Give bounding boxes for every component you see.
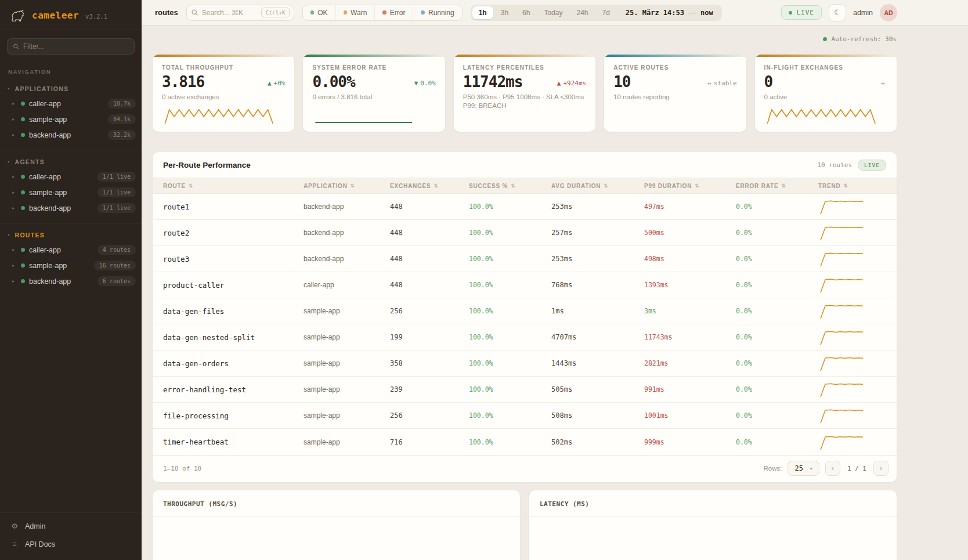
trend-sparkline — [818, 276, 865, 294]
cell-avg-duration: 768ms — [551, 281, 644, 289]
status-dot-icon — [21, 263, 25, 268]
prev-page-button[interactable]: ‹ — [825, 461, 840, 476]
rows-per-page-select[interactable]: 25 ▾ — [788, 461, 819, 476]
status-dot-icon — [21, 102, 25, 106]
search-input[interactable] — [202, 9, 252, 17]
table-row[interactable]: timer-heartbeat sample-app 716 100.0% 50… — [153, 429, 897, 455]
trend-sparkline — [818, 433, 865, 451]
kpi-delta: ⇔ — [881, 80, 887, 87]
shortcut-badge: Ctrl+K — [261, 8, 289, 17]
cell-exchanges: 448 — [390, 229, 469, 237]
cell-p99-duration: 991ms — [644, 385, 736, 393]
status-filter[interactable]: Warn — [335, 5, 375, 20]
status-filter[interactable]: Error — [374, 5, 413, 20]
column-header-exchanges[interactable]: EXCHANGES⇅ — [390, 183, 469, 189]
table-row[interactable]: product-caller caller-app 448 100.0% 768… — [153, 272, 897, 298]
sidebar-item-agent[interactable]: ▸ caller-app 1/1 live — [0, 169, 142, 185]
table-body: route1 backend-app 448 100.0% 253ms 497m… — [153, 194, 897, 455]
latency-chart-title: LATENCY (MS) — [529, 490, 897, 516]
chevron-right-icon: ▸ — [12, 190, 17, 195]
column-header-application[interactable]: APPLICATION⇅ — [304, 183, 390, 189]
column-header-route[interactable]: ROUTE⇅ — [163, 183, 304, 189]
sidebar-item-agent[interactable]: ▸ sample-app 1/1 live — [0, 185, 142, 200]
cell-exchanges: 448 — [390, 203, 469, 211]
table-row[interactable]: route3 backend-app 448 100.0% 253ms 498m… — [153, 246, 897, 272]
sidebar-item-route-group[interactable]: ▸ caller-app 4 routes — [0, 242, 142, 258]
theme-toggle-button[interactable]: ☾ — [829, 4, 846, 21]
section-header-applications[interactable]: ▾ APPLICATIONS — [0, 82, 142, 96]
kpi-label: TOTAL THROUGHPUT — [162, 64, 285, 71]
cell-p99-duration: 11743ms — [644, 333, 736, 341]
time-range-button[interactable]: 1h — [472, 6, 493, 19]
table-row[interactable]: route1 backend-app 448 100.0% 253ms 497m… — [153, 194, 897, 220]
cell-application: sample-app — [304, 333, 390, 341]
sidebar-item-application[interactable]: ▸ caller-app 10.7k — [0, 96, 142, 111]
next-page-button[interactable]: › — [873, 461, 888, 476]
kpi-subtitle-breach: P99: BREACH — [463, 102, 586, 109]
column-header-p99-duration[interactable]: P99 DURATION⇅ — [644, 183, 736, 189]
trend-sparkline — [818, 197, 865, 216]
time-range-button[interactable]: 7d — [595, 6, 616, 19]
search-icon — [191, 9, 198, 16]
cell-route: product-caller — [163, 281, 304, 290]
route-group-name: caller-app — [29, 246, 61, 254]
cell-error-rate: 0.0% — [736, 411, 818, 420]
cell-error-rate: 0.0% — [736, 385, 818, 393]
time-range-button[interactable]: Today — [537, 6, 569, 19]
page-title: routes — [155, 8, 178, 17]
column-header-trend[interactable]: TREND⇅ — [818, 183, 897, 189]
route-group-name: sample-app — [29, 262, 67, 270]
avatar[interactable]: AD — [880, 4, 897, 21]
cell-trend — [818, 354, 897, 373]
table-row[interactable]: route2 backend-app 448 100.0% 257ms 500m… — [153, 220, 897, 246]
sidebar-item-api-docs[interactable]: ≡ API Docs — [0, 535, 142, 553]
sidebar-nav: ▾ APPLICATIONS ▸ caller-app 10.7k ▸ — [0, 77, 142, 512]
time-range-button[interactable]: 6h — [516, 6, 536, 19]
table-row[interactable]: data-gen-files sample-app 256 100.0% 1ms… — [153, 298, 897, 324]
page-indicator: 1 / 1 — [847, 465, 866, 472]
stable-arrows-icon: ⇔ — [707, 80, 711, 87]
sidebar-item-application[interactable]: ▸ backend-app 32.2k — [0, 127, 142, 143]
column-header-success[interactable]: SUCCESS %⇅ — [469, 183, 551, 189]
cell-avg-duration: 4707ms — [551, 333, 644, 341]
topbar-right: LIVE ☾ admin AD — [781, 4, 897, 21]
brand-name: cameleer — [32, 10, 79, 21]
time-range-button[interactable]: 24h — [570, 6, 594, 19]
sidebar-item-agent[interactable]: ▸ backend-app 1/1 live — [0, 200, 142, 216]
cell-p99-duration: 2821ms — [644, 359, 736, 367]
sidebar-item-application[interactable]: ▸ sample-app 84.1k — [0, 111, 142, 127]
cell-p99-duration: 1001ms — [644, 411, 736, 420]
cell-route: file-processing — [163, 411, 304, 420]
status-filter[interactable]: OK — [303, 5, 335, 20]
inflight-sparkline — [764, 105, 887, 125]
sidebar-item-admin[interactable]: ⚙ Admin — [0, 517, 142, 535]
kpi-label: SYSTEM ERROR RATE — [312, 64, 435, 71]
column-header-avg-duration[interactable]: AVG DURATION⇅ — [551, 183, 644, 189]
status-filter[interactable]: Running — [413, 5, 461, 20]
sidebar-filter-input[interactable] — [23, 42, 129, 50]
sidebar-item-route-group[interactable]: ▸ backend-app 6 routes — [0, 273, 142, 289]
cell-exchanges: 716 — [390, 438, 469, 446]
range-to: now — [700, 9, 713, 17]
routes-count-badge: 4 routes — [97, 245, 136, 255]
delta-up-icon: ▲ — [557, 80, 561, 87]
table-row[interactable]: error-handling-test sample-app 239 100.0… — [153, 377, 897, 403]
time-range-button[interactable]: 3h — [494, 6, 515, 19]
error-rate-sparkline — [312, 105, 435, 125]
sidebar-item-route-group[interactable]: ▸ sample-app 16 routes — [0, 258, 142, 273]
table-row[interactable]: file-processing sample-app 256 100.0% 50… — [153, 403, 897, 429]
section-header-routes[interactable]: ▾ ROUTES — [0, 228, 142, 242]
cell-avg-duration: 253ms — [551, 255, 644, 263]
sidebar-filter[interactable] — [7, 38, 135, 55]
per-route-performance-card: Per-Route Performance 10 routes LIVE ROU… — [153, 152, 897, 482]
column-header-error-rate[interactable]: ERROR RATE⇅ — [736, 183, 818, 189]
search-box[interactable]: Ctrl+K — [186, 5, 294, 21]
table-row[interactable]: data-gen-nested-split sample-app 199 100… — [153, 324, 897, 351]
status-filter-label: OK — [317, 9, 327, 17]
kpi-subtitle: 0 active exchanges — [162, 93, 285, 100]
sort-icon: ⇅ — [781, 183, 786, 189]
cell-success: 100.0% — [469, 359, 551, 367]
cell-avg-duration: 505ms — [551, 385, 644, 393]
section-header-agents[interactable]: ▾ AGENTS — [0, 155, 142, 169]
table-row[interactable]: data-gen-orders sample-app 358 100.0% 14… — [153, 351, 897, 377]
